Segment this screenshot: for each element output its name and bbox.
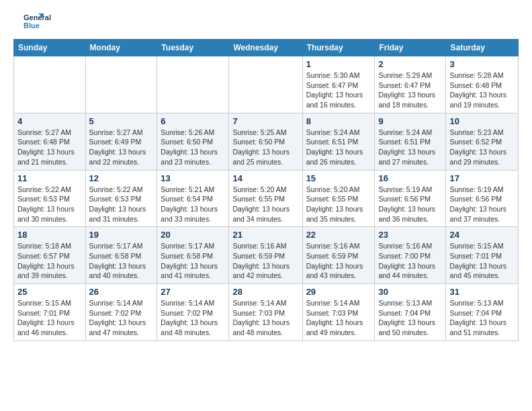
day-cell bbox=[157, 56, 229, 113]
day-cell: 8Sunrise: 5:24 AMSunset: 6:51 PMDaylight… bbox=[302, 113, 375, 170]
day-info: Sunrise: 5:22 AMSunset: 6:53 PMDaylight:… bbox=[89, 185, 154, 224]
day-cell: 20Sunrise: 5:17 AMSunset: 6:58 PMDayligh… bbox=[157, 227, 229, 284]
day-cell: 22Sunrise: 5:16 AMSunset: 6:59 PMDayligh… bbox=[302, 227, 375, 284]
day-info: Sunrise: 5:14 AMSunset: 7:02 PMDaylight:… bbox=[161, 298, 225, 338]
day-number: 10 bbox=[449, 116, 515, 126]
day-cell: 28Sunrise: 5:14 AMSunset: 7:03 PMDayligh… bbox=[229, 284, 302, 341]
day-cell: 24Sunrise: 5:15 AMSunset: 7:01 PMDayligh… bbox=[446, 227, 519, 284]
day-number: 11 bbox=[17, 173, 82, 183]
weekday-header-wednesday: Wednesday bbox=[229, 40, 302, 56]
day-number: 21 bbox=[232, 230, 298, 240]
day-cell bbox=[229, 56, 302, 113]
day-number: 2 bbox=[378, 59, 442, 69]
day-info: Sunrise: 5:19 AMSunset: 6:56 PMDaylight:… bbox=[449, 185, 515, 224]
day-number: 30 bbox=[378, 287, 442, 297]
day-number: 14 bbox=[232, 173, 298, 183]
day-info: Sunrise: 5:29 AMSunset: 6:47 PMDaylight:… bbox=[378, 71, 442, 110]
day-cell bbox=[85, 56, 157, 113]
calendar-page: General Blue SundayMondayTuesdayWednesda… bbox=[0, 0, 532, 352]
day-number: 15 bbox=[306, 173, 371, 183]
day-info: Sunrise: 5:21 AMSunset: 6:54 PMDaylight:… bbox=[161, 185, 225, 224]
day-cell: 7Sunrise: 5:25 AMSunset: 6:50 PMDaylight… bbox=[229, 113, 302, 170]
day-number: 7 bbox=[232, 116, 298, 126]
weekday-header-row: SundayMondayTuesdayWednesdayThursdayFrid… bbox=[14, 40, 519, 56]
day-number: 20 bbox=[161, 230, 225, 240]
day-info: Sunrise: 5:27 AMSunset: 6:49 PMDaylight:… bbox=[89, 128, 154, 167]
day-cell: 12Sunrise: 5:22 AMSunset: 6:53 PMDayligh… bbox=[85, 170, 157, 227]
day-number: 1 bbox=[306, 59, 371, 69]
day-info: Sunrise: 5:26 AMSunset: 6:50 PMDaylight:… bbox=[161, 128, 225, 167]
day-number: 24 bbox=[449, 230, 515, 240]
day-number: 28 bbox=[232, 287, 298, 297]
week-row-2: 4Sunrise: 5:27 AMSunset: 6:48 PMDaylight… bbox=[14, 113, 519, 170]
day-number: 3 bbox=[449, 59, 515, 69]
calendar-table: SundayMondayTuesdayWednesdayThursdayFrid… bbox=[13, 39, 519, 341]
day-info: Sunrise: 5:20 AMSunset: 6:55 PMDaylight:… bbox=[306, 185, 371, 224]
logo-icon: General Blue bbox=[13, 11, 54, 31]
day-cell: 2Sunrise: 5:29 AMSunset: 6:47 PMDaylight… bbox=[375, 56, 446, 113]
day-info: Sunrise: 5:13 AMSunset: 7:04 PMDaylight:… bbox=[378, 298, 442, 338]
day-number: 29 bbox=[306, 287, 371, 297]
day-info: Sunrise: 5:19 AMSunset: 6:56 PMDaylight:… bbox=[378, 185, 442, 224]
day-info: Sunrise: 5:28 AMSunset: 6:48 PMDaylight:… bbox=[449, 71, 515, 110]
day-number: 26 bbox=[89, 287, 154, 297]
day-number: 23 bbox=[378, 230, 442, 240]
day-cell bbox=[14, 56, 86, 113]
day-info: Sunrise: 5:16 AMSunset: 6:59 PMDaylight:… bbox=[232, 241, 298, 281]
day-number: 27 bbox=[161, 287, 225, 297]
day-cell: 27Sunrise: 5:14 AMSunset: 7:02 PMDayligh… bbox=[157, 284, 229, 341]
day-info: Sunrise: 5:17 AMSunset: 6:58 PMDaylight:… bbox=[161, 241, 225, 281]
day-info: Sunrise: 5:20 AMSunset: 6:55 PMDaylight:… bbox=[232, 185, 298, 224]
day-cell: 17Sunrise: 5:19 AMSunset: 6:56 PMDayligh… bbox=[446, 170, 519, 227]
day-info: Sunrise: 5:17 AMSunset: 6:58 PMDaylight:… bbox=[89, 241, 154, 281]
day-cell: 4Sunrise: 5:27 AMSunset: 6:48 PMDaylight… bbox=[14, 113, 86, 170]
day-number: 8 bbox=[306, 116, 371, 126]
day-cell: 25Sunrise: 5:15 AMSunset: 7:01 PMDayligh… bbox=[14, 284, 86, 341]
day-number: 22 bbox=[306, 230, 371, 240]
day-info: Sunrise: 5:15 AMSunset: 7:01 PMDaylight:… bbox=[449, 241, 515, 281]
week-row-5: 25Sunrise: 5:15 AMSunset: 7:01 PMDayligh… bbox=[14, 284, 519, 341]
day-cell: 5Sunrise: 5:27 AMSunset: 6:49 PMDaylight… bbox=[85, 113, 157, 170]
day-cell: 10Sunrise: 5:23 AMSunset: 6:52 PMDayligh… bbox=[446, 113, 519, 170]
logo: General Blue bbox=[13, 11, 54, 31]
day-cell: 18Sunrise: 5:18 AMSunset: 6:57 PMDayligh… bbox=[14, 227, 86, 284]
day-info: Sunrise: 5:13 AMSunset: 7:04 PMDaylight:… bbox=[449, 298, 515, 338]
day-info: Sunrise: 5:16 AMSunset: 7:00 PMDaylight:… bbox=[378, 241, 442, 281]
day-number: 31 bbox=[449, 287, 515, 297]
day-info: Sunrise: 5:23 AMSunset: 6:52 PMDaylight:… bbox=[449, 128, 515, 167]
day-number: 18 bbox=[17, 230, 82, 240]
day-cell: 19Sunrise: 5:17 AMSunset: 6:58 PMDayligh… bbox=[85, 227, 157, 284]
day-number: 9 bbox=[378, 116, 442, 126]
day-info: Sunrise: 5:16 AMSunset: 6:59 PMDaylight:… bbox=[306, 241, 371, 281]
weekday-header-friday: Friday bbox=[375, 40, 446, 56]
day-cell: 9Sunrise: 5:24 AMSunset: 6:51 PMDaylight… bbox=[375, 113, 446, 170]
weekday-header-sunday: Sunday bbox=[14, 40, 86, 56]
day-cell: 30Sunrise: 5:13 AMSunset: 7:04 PMDayligh… bbox=[375, 284, 446, 341]
day-number: 13 bbox=[161, 173, 225, 183]
day-info: Sunrise: 5:14 AMSunset: 7:02 PMDaylight:… bbox=[89, 298, 154, 338]
day-info: Sunrise: 5:22 AMSunset: 6:53 PMDaylight:… bbox=[17, 185, 82, 224]
weekday-header-monday: Monday bbox=[85, 40, 157, 56]
day-cell: 11Sunrise: 5:22 AMSunset: 6:53 PMDayligh… bbox=[14, 170, 86, 227]
day-info: Sunrise: 5:15 AMSunset: 7:01 PMDaylight:… bbox=[17, 298, 82, 338]
day-info: Sunrise: 5:30 AMSunset: 6:47 PMDaylight:… bbox=[306, 71, 371, 110]
day-cell: 21Sunrise: 5:16 AMSunset: 6:59 PMDayligh… bbox=[229, 227, 302, 284]
day-number: 6 bbox=[161, 116, 225, 126]
day-number: 5 bbox=[89, 116, 154, 126]
day-cell: 1Sunrise: 5:30 AMSunset: 6:47 PMDaylight… bbox=[302, 56, 375, 113]
day-info: Sunrise: 5:27 AMSunset: 6:48 PMDaylight:… bbox=[17, 128, 82, 167]
day-number: 19 bbox=[89, 230, 154, 240]
weekday-header-thursday: Thursday bbox=[302, 40, 375, 56]
day-cell: 3Sunrise: 5:28 AMSunset: 6:48 PMDaylight… bbox=[446, 56, 519, 113]
day-cell: 26Sunrise: 5:14 AMSunset: 7:02 PMDayligh… bbox=[85, 284, 157, 341]
header: General Blue bbox=[13, 11, 519, 31]
day-cell: 15Sunrise: 5:20 AMSunset: 6:55 PMDayligh… bbox=[302, 170, 375, 227]
svg-text:Blue: Blue bbox=[24, 21, 40, 30]
day-info: Sunrise: 5:14 AMSunset: 7:03 PMDaylight:… bbox=[232, 298, 298, 338]
week-row-3: 11Sunrise: 5:22 AMSunset: 6:53 PMDayligh… bbox=[14, 170, 519, 227]
weekday-header-saturday: Saturday bbox=[446, 40, 519, 56]
day-info: Sunrise: 5:14 AMSunset: 7:03 PMDaylight:… bbox=[306, 298, 371, 338]
day-info: Sunrise: 5:24 AMSunset: 6:51 PMDaylight:… bbox=[378, 128, 442, 167]
day-number: 25 bbox=[17, 287, 82, 297]
day-info: Sunrise: 5:25 AMSunset: 6:50 PMDaylight:… bbox=[232, 128, 298, 167]
